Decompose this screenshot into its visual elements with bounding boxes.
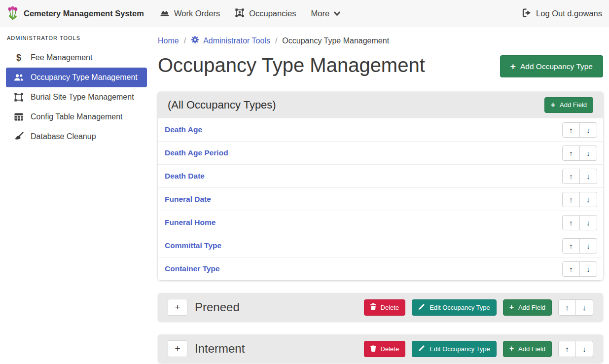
move-down-button[interactable]: ↓ xyxy=(579,192,597,207)
field-link-funeral-home[interactable]: Funeral Home xyxy=(165,218,215,227)
pencil-icon xyxy=(418,345,425,353)
card-title: (All Occupancy Types) xyxy=(168,99,276,111)
move-up-button[interactable]: ↑ xyxy=(562,192,580,207)
breadcrumb-admin-tools-link[interactable]: Administrator Tools xyxy=(191,36,270,46)
move-down-button[interactable]: ↓ xyxy=(575,341,593,357)
occupancy-type-section-interment: + Interment Delete xyxy=(158,334,603,363)
app-title: Cemetery Management System xyxy=(24,9,144,18)
field-row: Funeral Home ↑ ↓ xyxy=(158,211,603,234)
move-down-button[interactable]: ↓ xyxy=(579,146,597,161)
sidebar-item-occupancy-type-management[interactable]: Occupancy Type Management xyxy=(6,68,147,87)
add-field-button[interactable]: + Add Field xyxy=(503,341,552,357)
reorder-controls: ↑ ↓ xyxy=(562,169,597,184)
move-down-button[interactable]: ↓ xyxy=(575,299,593,316)
field-link-death-age[interactable]: Death Age xyxy=(165,125,202,134)
nav-work-orders[interactable]: Work Orders xyxy=(160,8,220,20)
nav-more[interactable]: More xyxy=(311,9,341,18)
field-link-container-type[interactable]: Container Type xyxy=(165,264,220,273)
field-link-committal-type[interactable]: Committal Type xyxy=(165,241,221,250)
move-up-button[interactable]: ↑ xyxy=(558,341,576,357)
breadcrumb-home-link[interactable]: Home xyxy=(158,36,179,45)
move-down-button[interactable]: ↓ xyxy=(579,169,597,184)
plus-icon: + xyxy=(509,303,514,311)
add-field-label: Add Field xyxy=(518,345,545,353)
field-row: Death Age ↑ ↓ xyxy=(158,118,603,141)
add-occupancy-type-label: Add Occupancy Type xyxy=(520,62,593,71)
move-down-button[interactable]: ↓ xyxy=(579,122,597,138)
up-arrow-icon: ↑ xyxy=(569,195,573,204)
trash-icon xyxy=(370,303,376,312)
move-down-button[interactable]: ↓ xyxy=(579,238,597,254)
expand-button[interactable]: + xyxy=(168,340,187,357)
sidebar-item-database-cleanup[interactable]: Database Cleanup xyxy=(6,127,147,146)
reorder-controls: ↑ ↓ xyxy=(562,122,597,138)
nav-occupancies-label: Occupancies xyxy=(249,9,296,18)
add-field-label: Add Field xyxy=(518,304,545,311)
sidebar-item-label: Database Cleanup xyxy=(31,132,96,141)
move-up-button[interactable]: ↑ xyxy=(558,299,576,316)
breadcrumb-separator: / xyxy=(184,36,186,45)
edit-occupancy-type-button[interactable]: Edit Occupancy Type xyxy=(412,299,497,316)
delete-button[interactable]: Delete xyxy=(364,299,406,316)
nav-occupancies[interactable]: Occupancies xyxy=(235,8,296,20)
down-arrow-icon: ↓ xyxy=(582,345,586,353)
move-down-button[interactable]: ↓ xyxy=(579,215,597,230)
sidebar-item-burial-site-type-management[interactable]: Burial Site Type Management xyxy=(6,87,147,107)
dollar-icon: $ xyxy=(13,53,25,63)
field-link-funeral-date[interactable]: Funeral Date xyxy=(165,195,211,204)
app-brand[interactable]: Cemetery Management System xyxy=(7,5,144,22)
expand-button[interactable]: + xyxy=(168,299,187,316)
reorder-controls: ↑ ↓ xyxy=(562,261,597,277)
sidebar-item-label: Occupancy Type Management xyxy=(31,73,138,82)
down-arrow-icon: ↓ xyxy=(586,126,590,134)
delete-button[interactable]: Delete xyxy=(364,341,406,357)
admin-tools-sidebar: ADMINISTRATOR TOOLS $ Fee Management Occ… xyxy=(0,27,153,364)
sidebar-item-config-table-management[interactable]: Config Table Management xyxy=(6,107,147,127)
move-up-button[interactable]: ↑ xyxy=(562,146,580,161)
down-arrow-icon: ↓ xyxy=(586,242,590,250)
move-up-button[interactable]: ↑ xyxy=(562,215,580,230)
plus-icon: + xyxy=(175,302,180,313)
table-icon xyxy=(13,112,25,121)
occupancy-type-section-preneed: + Preneed Delete xyxy=(158,293,603,322)
plus-icon: + xyxy=(510,62,516,71)
down-arrow-icon: ↓ xyxy=(586,218,590,227)
down-arrow-icon: ↓ xyxy=(586,265,590,273)
down-arrow-icon: ↓ xyxy=(586,195,590,204)
all-occupancy-types-card: (All Occupancy Types) + Add Field Death … xyxy=(158,92,603,280)
move-up-button[interactable]: ↑ xyxy=(562,238,580,254)
add-field-button[interactable]: + Add Field xyxy=(544,97,593,113)
chevron-down-icon xyxy=(334,9,340,18)
section-actions: Delete Edit Occupancy Type + Add Field ↑ xyxy=(364,341,593,357)
up-arrow-icon: ↑ xyxy=(569,126,573,134)
edit-occupancy-type-button[interactable]: Edit Occupancy Type xyxy=(412,341,497,357)
move-up-button[interactable]: ↑ xyxy=(562,122,580,138)
delete-label: Delete xyxy=(381,345,399,353)
plus-icon: + xyxy=(175,343,180,354)
up-arrow-icon: ↑ xyxy=(565,303,569,312)
up-arrow-icon: ↑ xyxy=(569,265,573,273)
add-occupancy-type-button[interactable]: + Add Occupancy Type xyxy=(500,55,603,77)
main-content: Home / Administrator Tool xyxy=(153,27,609,364)
nav-more-label: More xyxy=(311,9,330,18)
section-title: Preneed xyxy=(195,300,240,314)
plus-icon: + xyxy=(551,101,555,109)
field-link-death-date[interactable]: Death Date xyxy=(165,172,205,181)
add-field-button[interactable]: + Add Field xyxy=(503,299,552,316)
logout-button[interactable]: Log Out d.gowans xyxy=(522,8,602,20)
pencil-icon xyxy=(418,303,425,312)
broom-icon xyxy=(13,132,25,142)
field-link-death-age-period[interactable]: Death Age Period xyxy=(165,148,228,157)
sidebar-item-label: Burial Site Type Management xyxy=(31,93,134,102)
reorder-controls: ↑ ↓ xyxy=(562,238,597,254)
gear-icon xyxy=(191,36,199,46)
logout-label: Log Out d.gowans xyxy=(536,9,602,18)
sidebar-item-label: Fee Management xyxy=(31,53,92,62)
sign-out-icon xyxy=(522,8,532,20)
page-title: Occupancy Type Management xyxy=(158,54,425,77)
move-up-button[interactable]: ↑ xyxy=(562,169,580,184)
move-up-button[interactable]: ↑ xyxy=(562,261,580,277)
down-arrow-icon: ↓ xyxy=(586,172,590,181)
move-down-button[interactable]: ↓ xyxy=(579,261,597,277)
sidebar-item-fee-management[interactable]: $ Fee Management xyxy=(6,48,147,68)
